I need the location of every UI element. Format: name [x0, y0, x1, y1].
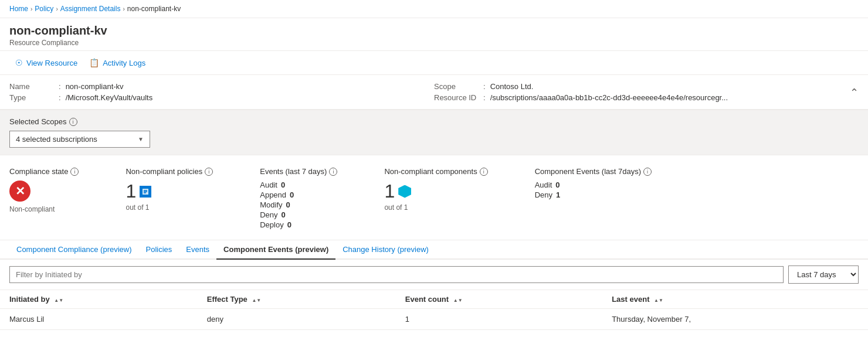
- toolbar: ☉ View Resource 📋 Activity Logs: [0, 51, 868, 75]
- component-count-row: 1: [384, 181, 487, 202]
- component-deny-row: Deny 1: [535, 190, 652, 199]
- policy-count-row: 1: [126, 181, 213, 202]
- breadcrumb-home[interactable]: Home: [9, 5, 28, 13]
- col-last-event: Last event ▲▼: [602, 290, 868, 309]
- non-compliant-icon: ✕: [9, 181, 30, 202]
- component-audit-row: Audit 0: [535, 181, 652, 189]
- policy-count: 1: [126, 181, 136, 202]
- component-events-section: Component Events (last 7days) i Audit 0 …: [535, 167, 652, 200]
- breadcrumb-sep-1: ›: [30, 6, 32, 12]
- sort-effect-type[interactable]: ▲▼: [252, 298, 261, 303]
- resource-id-value: /subscriptions/aaaa0a0a-bb1b-cc2c-dd3d-e…: [490, 93, 728, 102]
- compliance-state-value: Non-compliant: [9, 205, 79, 213]
- chevron-down-icon: ▼: [138, 136, 144, 142]
- resource-id-label: Resource ID: [434, 93, 481, 102]
- breadcrumb: Home › Policy › Assignment Details › non…: [0, 0, 868, 18]
- non-compliant-components-info-icon[interactable]: i: [480, 168, 488, 176]
- policy-icon: [140, 186, 151, 198]
- compliance-summary: Compliance state i ✕ Non-compliant Non-c…: [0, 155, 868, 240]
- tab-component-compliance[interactable]: Component Compliance (preview): [9, 240, 139, 260]
- scopes-label: Selected Scopes i: [9, 117, 859, 126]
- events-list: Audit 0 Append 0 Modify 0 Deny 0 Deploy …: [260, 181, 337, 229]
- type-row: Type : /Microsoft.KeyVault/vaults: [9, 93, 434, 102]
- events-info-icon[interactable]: i: [329, 168, 337, 176]
- cell-effect-type: deny: [198, 309, 396, 330]
- modify-event-row: Modify 0: [260, 200, 337, 209]
- scope-label: Scope: [434, 82, 481, 91]
- view-resource-label: View Resource: [26, 59, 77, 67]
- breadcrumb-sep-3: ›: [123, 6, 124, 12]
- page-title: non-compliant-kv: [9, 24, 859, 38]
- cell-initiated-by: Marcus Lil: [0, 309, 198, 330]
- tab-change-history[interactable]: Change History (preview): [335, 240, 436, 260]
- view-resource-button[interactable]: ☉ View Resource: [9, 55, 83, 71]
- policy-out-of: out of 1: [126, 203, 213, 212]
- scopes-label-text: Selected Scopes: [9, 117, 67, 126]
- name-label: Name: [9, 82, 56, 91]
- deploy-event-row: Deploy 0: [260, 220, 337, 229]
- breadcrumb-sep-2: ›: [56, 6, 57, 12]
- non-compliant-policies-title: Non-compliant policies i: [126, 167, 213, 176]
- component-icon: [398, 185, 411, 198]
- scope-value: Contoso Ltd.: [490, 82, 534, 91]
- name-value: non-compliant-kv: [66, 82, 124, 91]
- activity-logs-icon: 📋: [89, 58, 99, 67]
- type-label: Type: [9, 93, 56, 102]
- audit-event-row: Audit 0: [260, 181, 337, 189]
- breadcrumb-current: non-compliant-kv: [127, 5, 181, 13]
- date-dropdown[interactable]: Last 7 days: [788, 266, 859, 284]
- resource-info: Name : non-compliant-kv Scope : Contoso …: [0, 75, 868, 110]
- activity-logs-label: Activity Logs: [103, 59, 145, 67]
- deny-event-row: Deny 0: [260, 210, 337, 219]
- component-count: 1: [384, 181, 395, 202]
- non-compliant-components-title: Non-compliant components i: [384, 167, 487, 176]
- scope-row: Scope : Contoso Ltd.: [434, 82, 859, 91]
- sort-initiated-by[interactable]: ▲▼: [54, 298, 63, 303]
- non-compliant-policies-section: Non-compliant policies i 1 out of 1: [126, 167, 213, 212]
- table-header: Initiated by ▲▼ Effect Type ▲▼ Event cou…: [0, 290, 868, 309]
- tab-policies[interactable]: Policies: [139, 240, 179, 260]
- component-events-title: Component Events (last 7days) i: [535, 167, 652, 176]
- scope-dropdown[interactable]: 4 selected subscriptions ▼: [9, 131, 150, 148]
- component-events-list: Audit 0 Deny 1: [535, 181, 652, 199]
- tabs: Component Compliance (preview) Policies …: [0, 240, 868, 260]
- resource-id-row: Resource ID : /subscriptions/aaaa0a0a-bb…: [434, 93, 859, 102]
- events-title: Events (last 7 days) i: [260, 167, 337, 176]
- name-row: Name : non-compliant-kv: [9, 82, 434, 91]
- sort-last-event[interactable]: ▲▼: [654, 298, 663, 303]
- sort-event-count[interactable]: ▲▼: [453, 298, 463, 303]
- col-effect-type: Effect Type ▲▼: [198, 290, 396, 309]
- events-section: Events (last 7 days) i Audit 0 Append 0 …: [260, 167, 337, 230]
- breadcrumb-policy[interactable]: Policy: [35, 5, 53, 13]
- page-header: non-compliant-kv Resource Compliance: [0, 18, 868, 51]
- activity-logs-button[interactable]: 📋 Activity Logs: [83, 55, 151, 71]
- collapse-button[interactable]: ⌃: [850, 86, 859, 99]
- append-event-row: Append 0: [260, 190, 337, 199]
- scopes-info-icon[interactable]: i: [69, 118, 77, 126]
- filter-bar: Last 7 days: [0, 260, 868, 290]
- compliance-state-info-icon[interactable]: i: [70, 168, 79, 176]
- tab-component-events[interactable]: Component Events (preview): [216, 240, 335, 260]
- scopes-section: Selected Scopes i 4 selected subscriptio…: [0, 110, 868, 155]
- compliance-state-section: Compliance state i ✕ Non-compliant: [9, 167, 79, 213]
- scope-dropdown-value: 4 selected subscriptions: [16, 135, 97, 144]
- table-section: Initiated by ▲▼ Effect Type ▲▼ Event cou…: [0, 290, 868, 330]
- tab-events[interactable]: Events: [179, 240, 216, 260]
- component-out-of: out of 1: [384, 203, 487, 212]
- table-body: Marcus Lil deny 1 Thursday, November 7,: [0, 309, 868, 330]
- view-resource-icon: ☉: [15, 58, 23, 67]
- col-initiated-by: Initiated by ▲▼: [0, 290, 198, 309]
- col-event-count: Event count ▲▼: [396, 290, 602, 309]
- cell-last-event: Thursday, November 7,: [602, 309, 868, 330]
- data-table: Initiated by ▲▼ Effect Type ▲▼ Event cou…: [0, 290, 868, 330]
- non-compliant-components-section: Non-compliant components i 1 out of 1: [384, 167, 487, 212]
- breadcrumb-assignment-details[interactable]: Assignment Details: [60, 5, 121, 13]
- component-events-info-icon[interactable]: i: [643, 168, 652, 176]
- compliance-state-title: Compliance state i: [9, 167, 79, 176]
- page-subtitle: Resource Compliance: [9, 39, 859, 47]
- non-compliant-policies-info-icon[interactable]: i: [205, 168, 213, 176]
- cell-event-count: 1: [396, 309, 602, 330]
- table-row: Marcus Lil deny 1 Thursday, November 7,: [0, 309, 868, 330]
- filter-input[interactable]: [9, 266, 784, 283]
- type-value: /Microsoft.KeyVault/vaults: [66, 93, 153, 102]
